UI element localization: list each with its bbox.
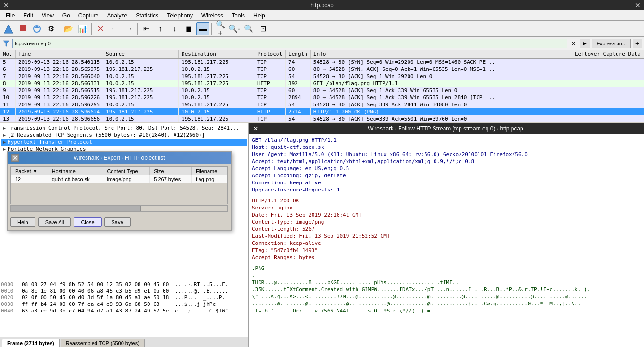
- cell-info: 54528 → 80 [ACK] Seq=339 Ack=2841 Win=34…: [310, 101, 572, 108]
- menu-edit[interactable]: Edit: [19, 11, 37, 20]
- menu-help[interactable]: Help: [250, 11, 269, 20]
- zoom-reset-btn[interactable]: 🔍: [242, 22, 255, 35]
- cell-time: 2019-09-13 22:16:28,596624: [15, 108, 103, 115]
- columns-btn[interactable]: 📊: [76, 22, 89, 35]
- cell-src: 10.0.2.15: [103, 101, 179, 108]
- go-up-btn[interactable]: ↑: [154, 22, 167, 35]
- stream-close-btn[interactable]: ✕: [253, 125, 259, 132]
- dialog-content: Packet ▼ Hostname Content Type Size File…: [8, 164, 231, 215]
- col-header-dst[interactable]: Destination: [179, 50, 254, 59]
- new-capture-btn[interactable]: [2, 22, 15, 35]
- hex-offset: 0030: [1, 301, 20, 308]
- packet-table: No. Time Source Destination Protocol Len…: [0, 50, 644, 122]
- go-first-btn[interactable]: ⇤: [139, 22, 153, 35]
- filter-input[interactable]: [12, 39, 567, 48]
- expression-btn[interactable]: Expression...: [592, 39, 631, 48]
- dialog-container: ✕ Wireshark · Export · HTTP object list …: [7, 151, 232, 231]
- dialog-close-action-btn[interactable]: Close: [74, 217, 101, 227]
- cell-time: 2019-09-13 22:16:28,566515: [15, 87, 103, 94]
- col-header-info[interactable]: Info: [310, 50, 572, 59]
- col-header-proto[interactable]: Protocol: [254, 50, 286, 59]
- bottom-tabs: Frame (2714 bytes)Reassembled TCP (5500 …: [0, 337, 248, 347]
- col-header-no[interactable]: No.: [0, 50, 15, 59]
- zoom-out-btn[interactable]: 🔍-: [228, 22, 241, 35]
- detail-text: Hypertext Transfer Protocol: [8, 139, 92, 145]
- detail-item[interactable]: ▶ [2 Reassembled TCP Segments (5500 byte…: [1, 131, 247, 139]
- dialog-scroll-area[interactable]: Packet ▼ Hostname Content Type Size File…: [10, 166, 228, 204]
- toolbar: ⚙ 📂 📊 ✕ ← → ⇤ ↑ ↓ ◼ ▬ 🔍+ 🔍- 🔍 ⊡: [0, 21, 644, 37]
- http-binary-line: \" ...s.g...s>...<.........!7M...@......…: [252, 293, 641, 300]
- stop-highlight-btn[interactable]: ◼: [182, 22, 195, 35]
- dialog-close-btn[interactable]: ✕: [11, 154, 19, 162]
- dialog-col-hostname[interactable]: Hostname: [48, 167, 103, 175]
- menu-view[interactable]: View: [38, 11, 58, 20]
- filter-apply-btn[interactable]: ▶: [580, 39, 590, 48]
- table-row[interactable]: 13 2019-09-13 22:16:28,596656 10.0.2.15 …: [0, 115, 644, 122]
- menu-capture[interactable]: Capture: [75, 11, 103, 20]
- http-response-line: Connection: keep-alive: [252, 240, 641, 247]
- dialog-col-content-type[interactable]: Content Type: [103, 167, 150, 175]
- close-filter-btn[interactable]: ✕: [94, 22, 107, 35]
- table-row[interactable]: 9 2019-09-13 22:16:28,566515 195.181.217…: [0, 87, 644, 94]
- go-down-btn[interactable]: ↓: [168, 22, 181, 35]
- table-row[interactable]: 5 2019-09-13 22:16:28,540115 10.0.2.15 1…: [0, 59, 644, 66]
- open-file-btn[interactable]: 📂: [62, 22, 75, 35]
- dialog-save-btn[interactable]: Save: [104, 217, 131, 227]
- http-request-line: Host: qubit-ctf.baco.sk: [252, 144, 641, 151]
- close-right-btn[interactable]: ✕: [634, 1, 642, 9]
- menu-file[interactable]: File: [2, 11, 18, 20]
- col-header-src[interactable]: Source: [103, 50, 179, 59]
- sep3: [137, 23, 138, 35]
- zoom-in-btn[interactable]: 🔍+: [214, 22, 227, 35]
- app-title: http.pcap: [310, 2, 333, 9]
- hex-ascii: ......@. .E......: [175, 288, 228, 295]
- table-row[interactable]: 12 2019-09-13 22:16:28,596624 195.181.21…: [0, 108, 644, 115]
- col-header-len[interactable]: Length: [286, 50, 311, 59]
- bottom-tab[interactable]: Frame (2714 bytes): [2, 339, 60, 347]
- col-header-lcd[interactable]: Leftover Capture Data: [572, 50, 644, 59]
- table-row[interactable]: 11 2019-09-13 22:16:28,596295 10.0.2.15 …: [0, 101, 644, 108]
- dialog-col-filename[interactable]: Filename: [192, 167, 227, 175]
- prev-packet-btn[interactable]: ←: [108, 22, 121, 35]
- capture-options-btn[interactable]: ⚙: [44, 22, 58, 35]
- dialog-col-packet[interactable]: Packet ▼: [11, 167, 48, 175]
- menu-statistics[interactable]: Statistics: [132, 11, 162, 20]
- cell-proto: HTTP: [254, 80, 286, 87]
- table-row[interactable]: 10 2019-09-13 22:16:28,596226 195.181.21…: [0, 94, 644, 101]
- hex-row: 0030 ff ff b4 24 00 00 7f ea e4 c9 93 6a…: [1, 301, 247, 308]
- http-request-line: Accept-Encoding: gzip, deflate: [252, 172, 641, 179]
- table-row[interactable]: 7 2019-09-13 22:16:28,566040 10.0.2.15 1…: [0, 73, 644, 80]
- dialog-save-all-btn[interactable]: Save All: [38, 217, 71, 227]
- col-header-time[interactable]: Time: [15, 50, 103, 59]
- menu-analyze[interactable]: Analyze: [104, 11, 131, 20]
- detail-text: Transmission Control Protocol, Src Port:…: [8, 125, 239, 131]
- table-row[interactable]: 8 2019-09-13 22:16:28,566331 10.0.2.15 1…: [0, 80, 644, 87]
- dialog-help-btn[interactable]: Help: [10, 217, 35, 227]
- detail-item[interactable]: ▶ Transmission Control Protocol, Src Por…: [1, 124, 247, 131]
- filter-clear-btn[interactable]: ✕: [569, 39, 578, 48]
- resize-columns-btn[interactable]: ⊡: [256, 22, 270, 35]
- menu-wireless[interactable]: Wireless: [198, 11, 227, 20]
- next-packet-btn[interactable]: →: [122, 22, 135, 35]
- packet-list: No. Time Source Destination Protocol Len…: [0, 50, 644, 123]
- highlight-btn[interactable]: ▬: [196, 22, 209, 35]
- cell-info: 54528 → 80 [ACK] Seq=339 Ack=5501 Win=39…: [310, 115, 572, 122]
- menu-go[interactable]: Go: [59, 11, 74, 20]
- cell-no: 7: [0, 73, 15, 80]
- http-request-line: User-Agent: Mozilla/5.0 (X11; Ubuntu; Li…: [252, 151, 641, 158]
- restart-capture-btn[interactable]: [30, 22, 44, 35]
- close-left-btn[interactable]: ✕: [2, 1, 10, 9]
- cell-proto: TCP: [254, 101, 286, 108]
- dialog-table-row[interactable]: 12 qubit-ctf.baco.sk image/png 5 267 byt…: [11, 175, 227, 183]
- sep4: [211, 23, 212, 35]
- menu-tools[interactable]: Tools: [228, 11, 249, 20]
- bottom-tab[interactable]: Reassembled TCP (5500 bytes): [61, 339, 145, 347]
- stop-capture-btn[interactable]: [16, 22, 29, 35]
- filter-plus-btn[interactable]: +: [633, 39, 642, 48]
- dialog-col-size[interactable]: Size: [150, 167, 192, 175]
- cell-no: 12: [0, 108, 15, 115]
- detail-item[interactable]: ▶ Hypertext Transfer Protocol: [1, 139, 247, 146]
- table-row[interactable]: 6 2019-09-13 22:16:28,565975 195.181.217…: [0, 66, 644, 73]
- dialog-hscroll[interactable]: [10, 205, 228, 212]
- menu-telephony[interactable]: Telephony: [163, 11, 197, 20]
